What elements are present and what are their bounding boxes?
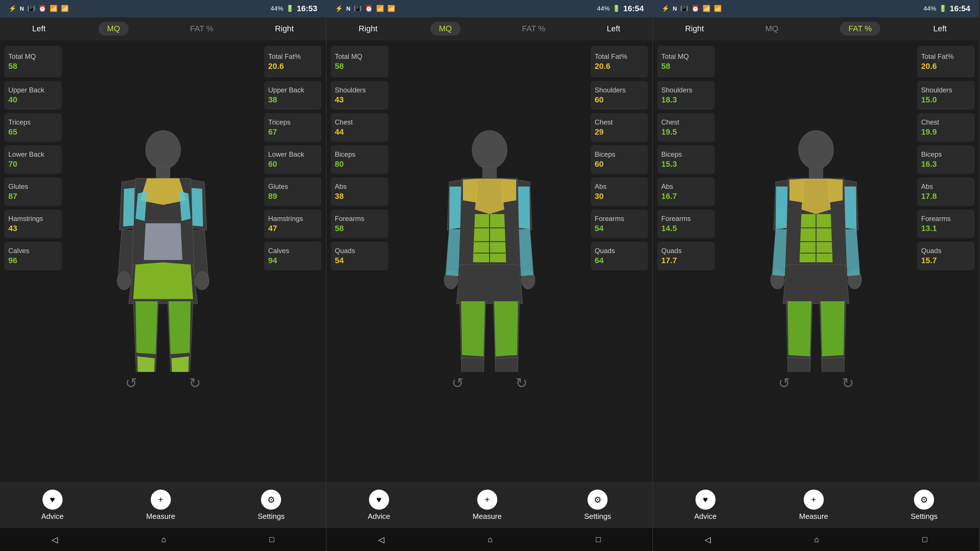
battery-icon: 🔋 (939, 5, 947, 12)
nav-item-advice[interactable]: ♥ Advice (41, 489, 64, 521)
stat-value: 18.3 (661, 95, 711, 105)
nav-item-advice[interactable]: ♥ Advice (694, 489, 717, 521)
phone-panel-panel2: ⚡ N 📳 ⏰ 📶 📶 44% 🔋 16:54 Right MQ FAT % L… (326, 0, 653, 551)
rotate-right-arrow[interactable]: ↻ (189, 375, 201, 391)
side-label-right: Left (607, 24, 620, 33)
stat-value: 94 (268, 256, 318, 265)
tab-fat[interactable]: FAT % (181, 22, 222, 36)
nav-icon-advice: ♥ (43, 489, 63, 510)
nav-icon-settings: ⚙ (914, 489, 934, 510)
home-button[interactable]: ⌂ (161, 535, 166, 544)
side-label-right: Left (933, 24, 947, 33)
stat-value: 15.3 (661, 160, 711, 169)
stat-value: 13.1 (921, 224, 970, 233)
stat-value: 80 (335, 160, 384, 169)
nav-item-settings[interactable]: ⚙ Settings (910, 489, 937, 521)
nav-item-settings[interactable]: ⚙ Settings (258, 489, 285, 521)
stat-value: 16.3 (921, 160, 970, 169)
nav-item-measure[interactable]: + Measure (473, 489, 502, 521)
nav-item-measure[interactable]: + Measure (146, 489, 175, 521)
stat-value: 16.7 (661, 192, 711, 201)
recent-button[interactable]: □ (922, 535, 927, 544)
nfc-icon: N (346, 5, 350, 12)
stat-value: 17.8 (921, 192, 970, 201)
stat-block-left-4: Glutes 87 (4, 177, 62, 206)
battery-icon: 🔋 (286, 5, 294, 12)
rotate-left-arrow[interactable]: ↺ (125, 375, 137, 391)
main-content: Total MQ 58 Shoulders 18.3 Chest 19.5 Bi… (653, 40, 979, 482)
bottom-nav: ♥ Advice + Measure ⚙ Settings (326, 482, 652, 528)
nav-label-measure: Measure (473, 512, 502, 521)
stat-value: 60 (268, 160, 318, 169)
nav-label-measure: Measure (146, 512, 175, 521)
signal-icon: 📶 (61, 5, 68, 12)
battery-level: 44% (597, 5, 609, 12)
back-button[interactable]: ◁ (378, 535, 385, 545)
back-button[interactable]: ◁ (705, 535, 711, 545)
stat-block-left-4: Abs 16.7 (657, 177, 715, 206)
nav-label-settings: Settings (258, 512, 285, 521)
status-icons-right: 44% 🔋 16:54 (923, 4, 970, 13)
stats-column-right: Total Fat% 20.6 Shoulders 60 Chest 29 Bi… (586, 40, 652, 482)
stat-block-right-5: Hamstrings 47 (264, 210, 321, 238)
stat-label: Total Fat% (595, 52, 644, 60)
stat-block-left-3: Biceps 80 (331, 145, 388, 174)
stat-value: 70 (8, 160, 58, 169)
android-nav: ◁ ⌂ □ (326, 528, 652, 551)
nav-item-advice[interactable]: ♥ Advice (368, 489, 390, 521)
recent-button[interactable]: □ (269, 535, 274, 544)
rotate-left-arrow[interactable]: ↺ (452, 375, 464, 391)
back-button[interactable]: ◁ (52, 535, 58, 545)
phone-panel-panel3: ⚡ N 📳 ⏰ 📶 📶 44% 🔋 16:54 Right MQ FAT % L… (653, 0, 979, 551)
nav-item-measure[interactable]: + Measure (799, 489, 828, 521)
signal-icon: 📶 (387, 5, 395, 12)
stat-block-right-6: Quads 64 (591, 241, 648, 270)
main-content: Total MQ 58 Shoulders 43 Chest 44 Biceps… (326, 40, 652, 482)
stat-block-left-2: Chest 19.5 (657, 113, 715, 142)
bluetooth-icon: ⚡ (9, 5, 16, 12)
stats-column-left: Total MQ 58 Shoulders 43 Chest 44 Biceps… (326, 40, 393, 482)
stat-value: 58 (335, 224, 384, 233)
stat-label: Shoulders (661, 86, 711, 94)
svg-rect-7 (483, 167, 496, 178)
rotate-right-arrow[interactable]: ↻ (515, 375, 527, 391)
nav-icon-advice: ♥ (369, 489, 389, 510)
stat-block-left-2: Chest 44 (331, 113, 388, 142)
stat-value: 44 (335, 127, 384, 137)
tab-mq[interactable]: MQ (99, 22, 129, 36)
rotate-left-arrow[interactable]: ↺ (778, 375, 790, 391)
stat-value: 54 (335, 256, 384, 265)
tab-fat[interactable]: FAT % (514, 22, 554, 36)
stat-label: Biceps (595, 150, 644, 159)
battery-level: 44% (923, 5, 936, 12)
stat-block-left-5: Hamstrings 43 (4, 210, 62, 238)
stat-label: Total Fat% (921, 52, 970, 60)
rotate-right-arrow[interactable]: ↻ (842, 375, 854, 391)
svg-rect-17 (809, 167, 823, 178)
stat-block-left-6: Quads 17.7 (657, 241, 715, 270)
stat-block-left-0: Total MQ 58 (657, 46, 715, 78)
home-button[interactable]: ⌂ (815, 535, 819, 544)
stat-block-left-3: Biceps 15.3 (657, 145, 715, 174)
signal-icon: 📶 (714, 5, 722, 12)
stat-block-right-1: Shoulders 15.0 (917, 81, 975, 110)
stat-block-right-5: Forearms 54 (591, 210, 648, 238)
stat-label: Biceps (661, 150, 711, 159)
tab-mq[interactable]: MQ (430, 22, 461, 36)
stat-label: Calves (8, 247, 58, 255)
body-figure: ↺ ↻ (393, 40, 586, 482)
tab-fat[interactable]: FAT % (840, 22, 880, 36)
status-icons-left: ⚡ N 📳 ⏰ 📶 📶 (9, 5, 68, 12)
stat-value: 60 (595, 95, 644, 105)
status-icons-left: ⚡ N 📳 ⏰ 📶 📶 (335, 5, 395, 12)
home-button[interactable]: ⌂ (488, 535, 493, 544)
stat-label: Forearms (335, 215, 384, 223)
stat-value: 38 (268, 95, 318, 105)
recent-button[interactable]: □ (596, 535, 601, 544)
stat-block-right-3: Biceps 60 (591, 145, 648, 174)
stat-label: Biceps (921, 150, 970, 159)
tab-mq[interactable]: MQ (757, 22, 787, 36)
stat-value: 60 (595, 160, 644, 169)
stat-block-left-5: Forearms 14.5 (657, 210, 715, 238)
nav-item-settings[interactable]: ⚙ Settings (584, 489, 611, 521)
